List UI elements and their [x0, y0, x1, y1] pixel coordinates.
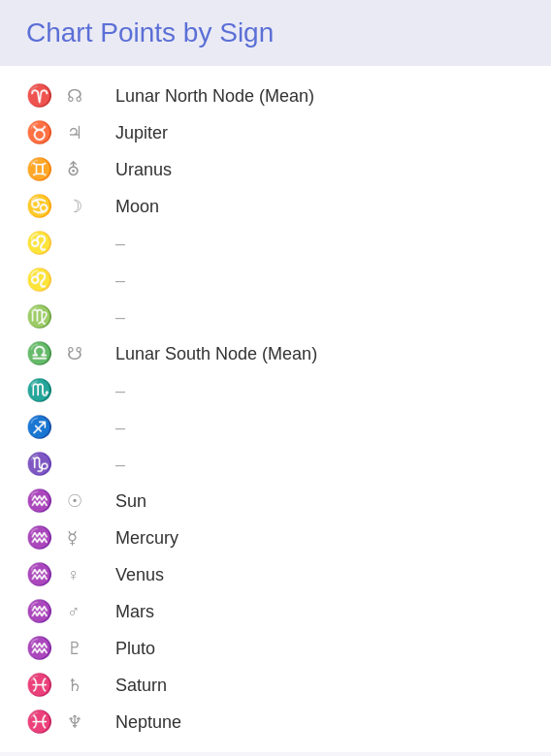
- table-row: ♏ –: [0, 372, 551, 409]
- table-row: ♈ ☊ Lunar North Node (Mean): [0, 78, 551, 114]
- planet-name: Lunar South Node (Mean): [115, 344, 317, 364]
- planet-name: Saturn: [115, 676, 167, 696]
- planet-name: Mars: [115, 602, 154, 622]
- table-row: ♊ ⛢ Uranus: [0, 151, 551, 188]
- planet-symbol: ⛢: [67, 159, 115, 180]
- planet-symbol: ☋: [67, 343, 115, 364]
- planet-symbol: ♆: [67, 711, 115, 733]
- table-row: ♋ ☽ Moon: [0, 188, 551, 225]
- table-row: ♒ ♀ Venus: [0, 556, 551, 593]
- chart-table: ♈ ☊ Lunar North Node (Mean) ♉ ♃ Jupiter …: [0, 66, 551, 752]
- empty-dash: –: [115, 234, 125, 254]
- table-row: ♎ ☋ Lunar South Node (Mean): [0, 335, 551, 372]
- table-row: ♐ –: [0, 409, 551, 446]
- planet-name: Venus: [115, 565, 164, 585]
- table-row: ♒ ♇ Pluto: [0, 630, 551, 667]
- planet-name: Pluto: [115, 639, 155, 659]
- sign-symbol: ♑: [26, 452, 67, 477]
- sign-symbol: ♉: [26, 120, 67, 145]
- table-row: ♒ ☉ Sun: [0, 483, 551, 520]
- planet-symbol: ♀: [67, 565, 115, 585]
- sign-symbol: ♏: [26, 378, 67, 403]
- page-header: Chart Points by Sign: [0, 0, 551, 66]
- sign-symbol: ♒: [26, 599, 67, 624]
- sign-symbol: ♋: [26, 194, 67, 219]
- table-row: ♓ ♄ Saturn: [0, 667, 551, 704]
- planet-symbol: ☿: [67, 527, 115, 549]
- planet-name: Mercury: [115, 528, 178, 549]
- planet-symbol: ♂: [67, 602, 115, 622]
- sign-symbol: ♊: [26, 157, 67, 182]
- table-row: ♉ ♃ Jupiter: [0, 114, 551, 151]
- planet-name: Neptune: [115, 712, 181, 733]
- planet-symbol: ☉: [67, 490, 115, 512]
- sign-symbol: ♒: [26, 525, 67, 551]
- sign-symbol: ♐: [26, 415, 67, 440]
- sign-symbol: ♍: [26, 304, 67, 330]
- sign-symbol: ♌: [26, 231, 67, 256]
- table-row: ♌ –: [0, 225, 551, 262]
- empty-dash: –: [115, 381, 125, 401]
- planet-symbol: ♇: [67, 638, 115, 659]
- planet-name: Moon: [115, 197, 159, 217]
- planet-name: Lunar North Node (Mean): [115, 86, 314, 107]
- sign-symbol: ♓: [26, 709, 67, 735]
- sign-symbol: ♒: [26, 488, 67, 514]
- planet-symbol: ☊: [67, 85, 115, 107]
- empty-dash: –: [115, 307, 125, 328]
- empty-dash: –: [115, 270, 125, 291]
- table-row: ♍ –: [0, 299, 551, 335]
- table-row: ♑ –: [0, 446, 551, 483]
- planet-symbol: ♃: [67, 122, 115, 143]
- sign-symbol: ♈: [26, 83, 67, 109]
- sign-symbol: ♒: [26, 636, 67, 661]
- planet-symbol: ☽: [67, 196, 115, 217]
- planet-name: Uranus: [115, 160, 172, 180]
- table-row: ♌ –: [0, 262, 551, 299]
- planet-name: Sun: [115, 491, 146, 512]
- table-row: ♓ ♆ Neptune: [0, 704, 551, 740]
- sign-symbol: ♌: [26, 268, 67, 293]
- planet-symbol: ♄: [67, 675, 115, 696]
- table-row: ♒ ☿ Mercury: [0, 520, 551, 556]
- empty-dash: –: [115, 418, 125, 438]
- sign-symbol: ♓: [26, 673, 67, 698]
- sign-symbol: ♒: [26, 562, 67, 587]
- planet-name: Jupiter: [115, 123, 168, 143]
- sign-symbol: ♎: [26, 341, 67, 366]
- table-row: ♒ ♂ Mars: [0, 593, 551, 630]
- empty-dash: –: [115, 455, 125, 475]
- page-title: Chart Points by Sign: [26, 17, 525, 48]
